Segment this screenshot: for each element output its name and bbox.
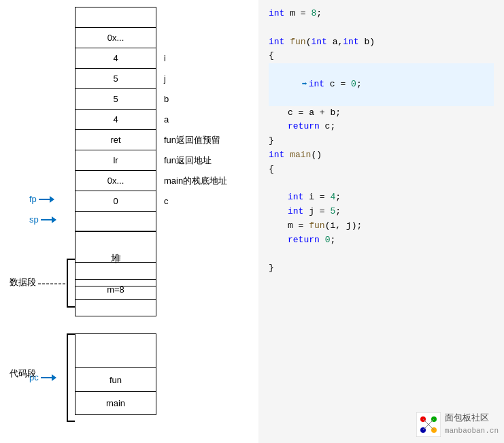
code-fun-cell: fun pc (75, 367, 156, 391)
code-panel: int m = 8; int fun(int a,int b) { ➡int c… (258, 0, 504, 443)
cell-value-4: 4 (113, 114, 118, 125)
stack-cell-3: 5 b (75, 88, 156, 109)
cell-value-2: 5 (113, 73, 118, 84)
code-area: fun pc main (75, 333, 156, 415)
data-segment-bracket (67, 259, 75, 308)
data-segment-label: 数据段 (10, 276, 36, 289)
code-line-1: int m = 8; (269, 7, 494, 21)
cell-value-3: 5 (113, 94, 118, 104)
data-m-cell: m=8 (75, 279, 156, 299)
watermark: 面包板社区 manbaoban.cn (416, 412, 499, 438)
empty-top-cell (75, 7, 156, 27)
sp-arrow (41, 219, 56, 220)
code-main-cell: main (75, 391, 156, 415)
code-line-close-brace-main: } (269, 261, 494, 276)
cell-label-2: j (164, 73, 166, 84)
code-line-main-sig: int main() (269, 148, 494, 163)
memory-diagram: 0x... 4 i 5 j 5 b 4 a ret fun返回值预留 (0, 0, 258, 443)
stack-cell-0: 0x... (75, 27, 156, 48)
stack-cell-6: lr fun返回地址 (75, 150, 156, 170)
code-line-fun-sig: int fun(int a,int b) (269, 35, 494, 50)
fp-pointer-label: fp (29, 194, 54, 204)
cell-value-5: ret (110, 135, 120, 145)
stack-cell-1: 4 i (75, 48, 156, 68)
stack-cell-5: ret fun返回值预留 (75, 129, 156, 150)
watermark-url: manbaoban.cn (445, 425, 499, 438)
watermark-text-area: 面包板社区 manbaoban.cn (445, 412, 499, 438)
code-top-empty (75, 333, 156, 367)
cell-value-6: lr (113, 155, 118, 165)
data-segment-dash (38, 283, 67, 284)
cell-label-4: a (164, 114, 169, 125)
code-line-blank2 (269, 177, 494, 191)
cell-label-1: i (164, 53, 166, 63)
arrow-indicator: ➡ (302, 78, 307, 92)
pc-arrow (41, 377, 56, 378)
cell-label-6: fun返回地址 (164, 154, 212, 167)
cell-label-5: fun返回值预留 (164, 134, 220, 146)
fp-arrow (39, 199, 54, 200)
data-bottom-empty (75, 299, 156, 316)
cell-value-7: 0x... (107, 176, 124, 186)
cell-label-fp: c (164, 196, 169, 206)
code-line-open-brace-fun: { (269, 49, 494, 63)
code-line-blank1 (269, 21, 494, 35)
code-line-int-j: int j = 5; (269, 205, 494, 219)
stack-area: 0x... 4 i 5 j 5 b 4 a ret fun返回值预留 (75, 7, 156, 286)
pc-pointer-label: pc (29, 372, 56, 382)
data-top-empty (75, 262, 156, 279)
stack-cell-4: 4 a (75, 109, 156, 129)
code-line-int-i: int i = 4; (269, 191, 494, 205)
code-line-close-brace-fun: } (269, 134, 494, 148)
watermark-logo-icon (416, 412, 441, 437)
cell-value: 0x... (107, 33, 124, 43)
cell-label-7: main的栈底地址 (164, 175, 227, 187)
data-area: m=8 (75, 262, 156, 316)
stack-cell-sp: sp (75, 211, 156, 231)
code-line-return-0: return 0; (269, 233, 494, 248)
code-line-c-assign: c = a + b; (269, 106, 494, 120)
sp-pointer-label: sp (29, 214, 56, 225)
code-line-return-c: return c; (269, 120, 494, 134)
stack-cell-2: 5 j (75, 68, 156, 88)
cell-label-3: b (164, 94, 169, 104)
stack-cell-fp: 0 c fp (75, 191, 156, 211)
code-line-blank3 (269, 248, 494, 262)
cell-value-1: 4 (113, 53, 118, 63)
code-segment-bracket (67, 333, 75, 422)
code-line-open-brace-main: { (269, 163, 494, 177)
stack-cell-7: 0x... main的栈底地址 (75, 170, 156, 191)
main-container: 0x... 4 i 5 j 5 b 4 a ret fun返回值预留 (0, 0, 504, 443)
code-line-m-fun: m = fun(i, j); (269, 219, 494, 233)
cell-value-fp: 0 (113, 196, 118, 206)
watermark-site-name: 面包板社区 (445, 412, 499, 426)
code-line-int-c: ➡int c = 0; (269, 63, 494, 105)
